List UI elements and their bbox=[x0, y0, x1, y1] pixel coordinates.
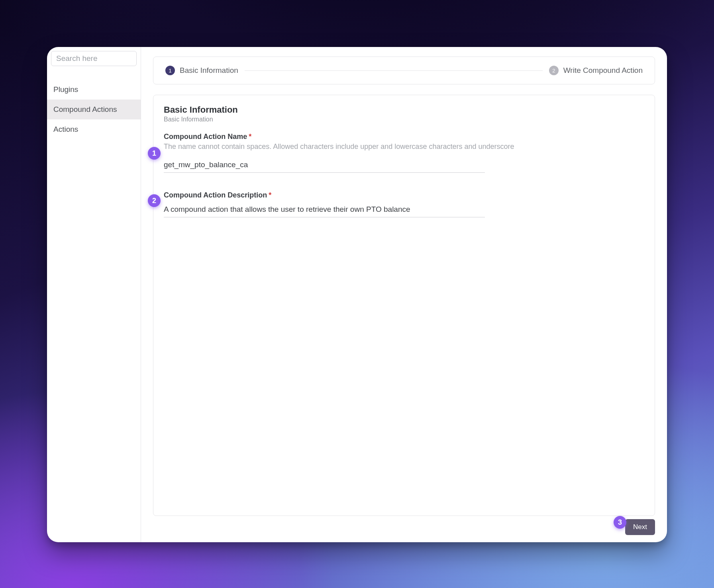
app-window: Plugins Compound Actions Actions 1 Basic… bbox=[47, 47, 667, 542]
sidebar-item-actions[interactable]: Actions bbox=[47, 119, 141, 139]
desc-label-text: Compound Action Description bbox=[164, 191, 267, 199]
compound-action-description-input[interactable] bbox=[164, 201, 485, 217]
form-footer: 3 Next bbox=[153, 519, 655, 535]
main-panel: 1 Basic Information 2 Write Compound Act… bbox=[141, 47, 667, 542]
step-connector bbox=[245, 70, 543, 71]
form-heading: Basic Information bbox=[164, 105, 644, 115]
step-label-1: Basic Information bbox=[180, 66, 238, 75]
name-help-text: The name cannot contain spaces. Allowed … bbox=[164, 143, 644, 151]
annotation-badge-1: 1 bbox=[148, 147, 161, 160]
sidebar-item-plugins[interactable]: Plugins bbox=[47, 80, 141, 100]
required-asterisk-icon: * bbox=[269, 191, 271, 199]
step-label-2: Write Compound Action bbox=[563, 66, 643, 75]
form-subheading: Basic Information bbox=[164, 116, 644, 123]
sidebar-nav: Plugins Compound Actions Actions bbox=[47, 80, 141, 139]
required-asterisk-icon: * bbox=[249, 133, 251, 141]
name-label: Compound Action Name* bbox=[164, 133, 644, 141]
name-label-text: Compound Action Name bbox=[164, 133, 247, 141]
stepper: 1 Basic Information 2 Write Compound Act… bbox=[153, 57, 655, 84]
step-basic-information[interactable]: 1 Basic Information bbox=[165, 66, 238, 75]
annotation-badge-3: 3 bbox=[614, 516, 626, 529]
step-badge-2: 2 bbox=[549, 66, 559, 75]
compound-action-name-input[interactable] bbox=[164, 156, 485, 173]
search-input[interactable] bbox=[51, 51, 137, 66]
desc-label: Compound Action Description* bbox=[164, 191, 644, 199]
field-compound-action-name: 1 Compound Action Name* The name cannot … bbox=[164, 133, 644, 173]
step-badge-1: 1 bbox=[165, 66, 175, 75]
next-button[interactable]: Next bbox=[625, 519, 655, 535]
field-compound-action-description: 2 Compound Action Description* bbox=[164, 191, 644, 217]
form-card: Basic Information Basic Information 1 Co… bbox=[153, 95, 655, 516]
sidebar-item-compound-actions[interactable]: Compound Actions bbox=[47, 100, 141, 119]
annotation-badge-2: 2 bbox=[148, 194, 161, 207]
step-write-compound-action[interactable]: 2 Write Compound Action bbox=[549, 66, 643, 75]
sidebar: Plugins Compound Actions Actions bbox=[47, 47, 141, 542]
